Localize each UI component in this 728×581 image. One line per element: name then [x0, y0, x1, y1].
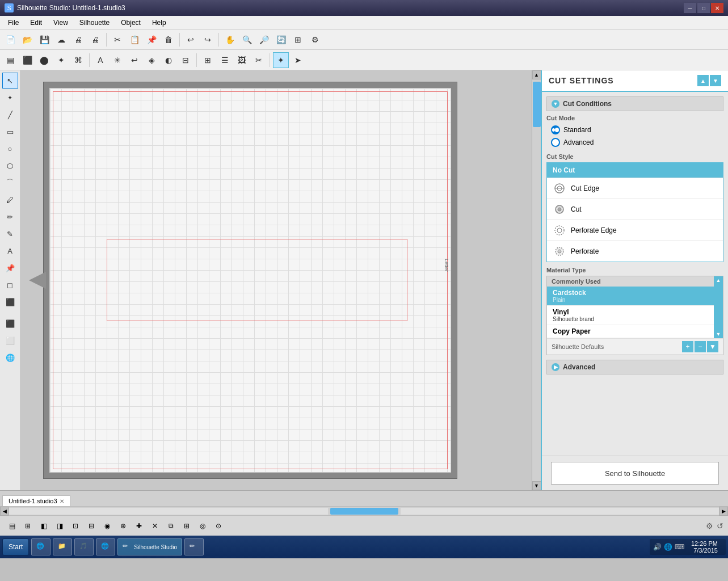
cut-style-cut-edge[interactable]: Cut Edge: [547, 178, 723, 199]
tb2-layers[interactable]: ⊞: [200, 52, 216, 68]
tb-open[interactable]: 📂: [19, 32, 35, 48]
minimize-button[interactable]: ─: [684, 3, 696, 13]
tb2-align[interactable]: ▤: [2, 52, 18, 68]
start-button[interactable]: Start: [2, 538, 29, 555]
tb-copy[interactable]: 📋: [127, 32, 142, 48]
scroll-down-btn[interactable]: ▼: [532, 481, 541, 490]
close-button[interactable]: ✕: [711, 3, 723, 13]
panel-down-btn[interactable]: ▼: [710, 75, 721, 86]
bb-arrange1[interactable]: ◉: [100, 519, 115, 533]
scroll-thumb-h[interactable]: [330, 508, 398, 515]
bb-remove[interactable]: ✕: [148, 519, 162, 533]
tool-globe[interactable]: 🌐: [2, 350, 18, 365]
tab-close-btn[interactable]: ✕: [60, 498, 64, 504]
material-copy-paper[interactable]: Copy Paper: [547, 325, 714, 338]
tb-zoom-fit[interactable]: 🔄: [273, 32, 289, 48]
tb-paste[interactable]: 📌: [144, 32, 159, 48]
vertical-scrollbar[interactable]: ▲ ▼: [532, 70, 541, 490]
menu-edit[interactable]: Edit: [24, 17, 48, 28]
tb2-text[interactable]: A: [92, 52, 108, 68]
tool-curve[interactable]: ⌒: [2, 175, 18, 191]
tb2-panel[interactable]: ✦: [273, 52, 289, 68]
tb2-trace[interactable]: ◈: [144, 52, 159, 68]
tb-cut[interactable]: ✂: [110, 32, 125, 48]
tab-untitled1[interactable]: Untitled-1.studio3 ✕: [2, 495, 70, 506]
menu-object[interactable]: Object: [115, 17, 146, 28]
bb-align2[interactable]: ◨: [52, 519, 67, 533]
tool-line[interactable]: ╱: [2, 107, 18, 123]
cut-style-perforate[interactable]: Perforate: [547, 241, 723, 262]
taskbar-media[interactable]: 🎵: [74, 538, 94, 555]
cut-conditions-section[interactable]: ▼ Cut Conditions: [546, 96, 723, 111]
bb-combine[interactable]: ⊞: [179, 519, 194, 533]
tool-box2[interactable]: ⬜: [2, 332, 18, 348]
tb2-weld[interactable]: ↩: [127, 52, 142, 68]
tb2-media[interactable]: 🖼: [234, 52, 250, 68]
tool-pencil[interactable]: ✏: [2, 209, 18, 225]
tool-text[interactable]: A: [2, 243, 18, 259]
radio-advanced[interactable]: Advanced: [546, 136, 723, 149]
tool-rect[interactable]: ▭: [2, 124, 18, 140]
tb-print[interactable]: 🖨: [70, 32, 86, 48]
menu-file[interactable]: File: [2, 17, 24, 28]
taskbar-silhouette[interactable]: ✏ Silhouette Studio: [117, 538, 182, 555]
tb-redo[interactable]: ↪: [200, 32, 216, 48]
tb-zoom-out[interactable]: 🔎: [256, 32, 272, 48]
tb2-circle[interactable]: ⬤: [36, 52, 52, 68]
mat-remove-btn[interactable]: −: [695, 341, 706, 352]
bb-arrange2[interactable]: ⊕: [116, 519, 131, 533]
material-cardstock[interactable]: Cardstock Plain: [547, 287, 714, 306]
tb2-effects[interactable]: ✳: [110, 52, 125, 68]
cut-style-perforate-edge[interactable]: Perforate Edge: [547, 220, 723, 241]
tool-node[interactable]: ✦: [2, 90, 18, 106]
taskbar-app2[interactable]: ✏: [184, 538, 204, 555]
tb-save[interactable]: 💾: [36, 32, 52, 48]
send-to-silhouette-button[interactable]: Send to Silhouette: [551, 462, 719, 485]
tb2-rect[interactable]: ⬛: [19, 52, 35, 68]
tool-box1[interactable]: ⬛: [2, 315, 18, 331]
tb-settings[interactable]: ⚙: [307, 32, 323, 48]
cut-style-cut[interactable]: Cut: [547, 199, 723, 220]
scroll-thumb-v[interactable]: [533, 82, 541, 127]
tb2-cut[interactable]: ✂: [251, 52, 267, 68]
tool-poly[interactable]: ⬡: [2, 158, 18, 174]
mat-add-btn[interactable]: +: [682, 341, 693, 352]
advanced-section[interactable]: ▶ Advanced: [546, 360, 723, 374]
bb-add[interactable]: ✚: [132, 519, 146, 533]
bb-refresh-icon[interactable]: ↺: [717, 521, 723, 531]
mat-scroll-down[interactable]: ▼: [716, 331, 721, 337]
tb-delete[interactable]: 🗑: [161, 32, 176, 48]
tb-zoom-in[interactable]: 🔍: [239, 32, 255, 48]
bb-grid[interactable]: ▤: [5, 519, 19, 533]
tool-pen[interactable]: 🖊: [2, 192, 18, 208]
tb-hand[interactable]: ✋: [222, 32, 238, 48]
cut-style-no-cut[interactable]: No Cut: [547, 163, 723, 178]
tb2-line[interactable]: ⊟: [178, 52, 193, 68]
scroll-left-handle[interactable]: [29, 272, 46, 289]
mat-scroll-up[interactable]: ▲: [716, 277, 721, 283]
material-scroll[interactable]: Cardstock Plain Vinyl Silhouette brand C…: [547, 287, 714, 338]
taskbar-explorer[interactable]: 📁: [53, 538, 72, 555]
tb-print2[interactable]: 🖨: [87, 32, 103, 48]
tb-undo[interactable]: ↩: [183, 32, 199, 48]
tb-grid[interactable]: ⊞: [290, 32, 306, 48]
scroll-right-btn[interactable]: ▶: [719, 507, 728, 516]
tb2-fill[interactable]: ◐: [161, 52, 176, 68]
taskbar-ie[interactable]: 🌐: [31, 538, 51, 555]
tb2-send[interactable]: ➤: [290, 52, 306, 68]
material-scrollbar[interactable]: ▲ ▼: [714, 276, 723, 338]
bb-ungroup-btn[interactable]: ⊟: [84, 519, 99, 533]
radio-standard[interactable]: Standard: [546, 124, 723, 136]
material-vinyl[interactable]: Vinyl Silhouette brand: [547, 306, 714, 325]
tool-fill[interactable]: ⬛: [2, 294, 18, 310]
taskbar-chrome[interactable]: 🌐: [96, 538, 115, 555]
tool-pin[interactable]: 📌: [2, 260, 18, 276]
tb-new[interactable]: 📄: [2, 32, 18, 48]
scroll-up-btn[interactable]: ▲: [532, 70, 541, 79]
bb-duplicate[interactable]: ⧉: [163, 519, 178, 533]
tb2-custom[interactable]: ⌘: [70, 52, 86, 68]
tb-save-cloud[interactable]: ☁: [53, 32, 69, 48]
bb-align1[interactable]: ◧: [36, 519, 51, 533]
tool-select[interactable]: ↖: [2, 73, 18, 89]
restore-button[interactable]: □: [697, 3, 710, 13]
